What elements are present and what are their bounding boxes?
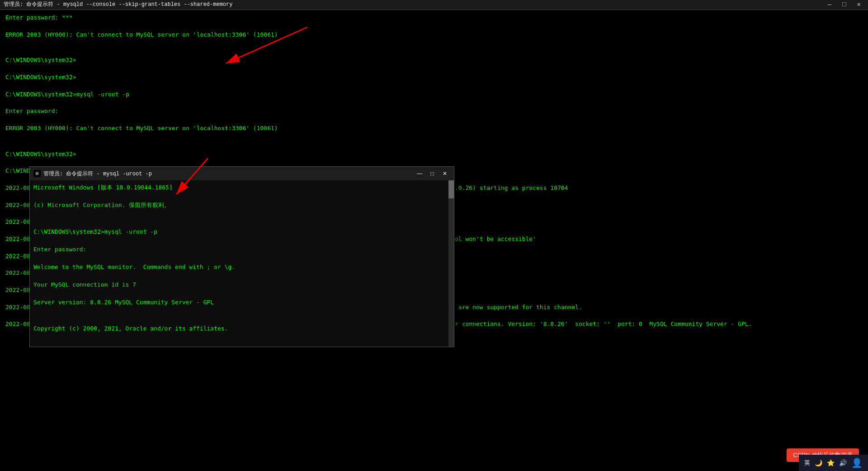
fg-terminal-text: Microsoft Windows [版本 10.0.19044.1865] (… xyxy=(33,183,445,347)
fg-line-5: Enter password: xyxy=(33,245,445,254)
bg-terminal-title: 管理员: 命令提示符 - mysqld --console --skip-gra… xyxy=(4,1,232,9)
bg-line-6: C:\WINDOWS\system32>mysql -uroot -p xyxy=(5,90,863,99)
bg-line-4: C:\WINDOWS\system32> xyxy=(5,56,863,65)
fg-line-6: Welcome to the MySQL monitor. Commands e… xyxy=(33,263,445,272)
fg-close-btn[interactable]: ✕ xyxy=(439,169,450,179)
fg-line-4: C:\WINDOWS\system32>mysql -uroot -p xyxy=(33,227,445,236)
tray-avatar: 👤 xyxy=(851,457,863,469)
bg-line-5: C:\WINDOWS\system32> xyxy=(5,73,863,82)
bg-maximize-btn[interactable]: □ xyxy=(839,0,849,9)
fg-scrollbar-thumb[interactable] xyxy=(448,180,454,198)
tray-star: ⭐ xyxy=(827,459,835,467)
fg-line-8: Server version: 8.0.26 MySQL Community S… xyxy=(33,298,445,307)
foreground-terminal: ⊞ 管理员: 命令提示符 - mysql -uroot -p — □ ✕ Mic… xyxy=(29,166,454,347)
fg-minimize-btn[interactable]: — xyxy=(414,169,425,179)
bg-minimize-btn[interactable]: — xyxy=(824,0,835,9)
tray-speaker: 🔊 xyxy=(839,459,847,467)
bg-line-7: Enter password: xyxy=(5,107,863,116)
fg-terminal-controls[interactable]: — □ ✕ xyxy=(414,169,450,179)
bg-line-10: C:\WINDOWS\system32> xyxy=(5,150,863,159)
bg-terminal-controls[interactable]: — □ ✕ xyxy=(824,0,864,9)
system-tray: 英 🌙 ⭐ 🔊 👤 xyxy=(799,455,868,471)
fg-line-10: Copyright (c) 2000, 2021, Oracle and/or … xyxy=(33,324,445,333)
tray-lang: 英 xyxy=(804,459,810,467)
bg-close-btn[interactable]: ✕ xyxy=(854,0,864,9)
tray-moon: 🌙 xyxy=(815,459,822,467)
bg-terminal-titlebar: 管理员: 命令提示符 - mysqld --console --skip-gra… xyxy=(0,0,868,10)
bg-line-2: ERROR 2003 (HY000): Can't connect to MyS… xyxy=(5,31,863,39)
fg-terminal-title: 管理员: 命令提示符 - mysql -uroot -p xyxy=(43,170,152,178)
fg-line-7: Your MySQL connection id is 7 xyxy=(33,280,445,289)
fg-terminal-content: Microsoft Windows [版本 10.0.19044.1865] (… xyxy=(30,180,448,347)
fg-maximize-btn[interactable]: □ xyxy=(427,169,438,179)
fg-scrollbar[interactable] xyxy=(448,180,454,347)
bg-line-8: ERROR 2003 (HY000): Can't connect to MyS… xyxy=(5,124,863,133)
fg-title-left: ⊞ 管理员: 命令提示符 - mysql -uroot -p xyxy=(33,170,152,178)
fg-terminal-titlebar: ⊞ 管理员: 命令提示符 - mysql -uroot -p — □ ✕ xyxy=(30,167,454,180)
bg-line-1: Enter password: *** xyxy=(5,14,863,22)
fg-line-1: Microsoft Windows [版本 10.0.19044.1865] xyxy=(33,183,445,192)
terminal-icon: ⊞ xyxy=(33,170,41,177)
fg-line-2: (c) Microsoft Corporation. 保留所有权利。 xyxy=(33,201,445,210)
